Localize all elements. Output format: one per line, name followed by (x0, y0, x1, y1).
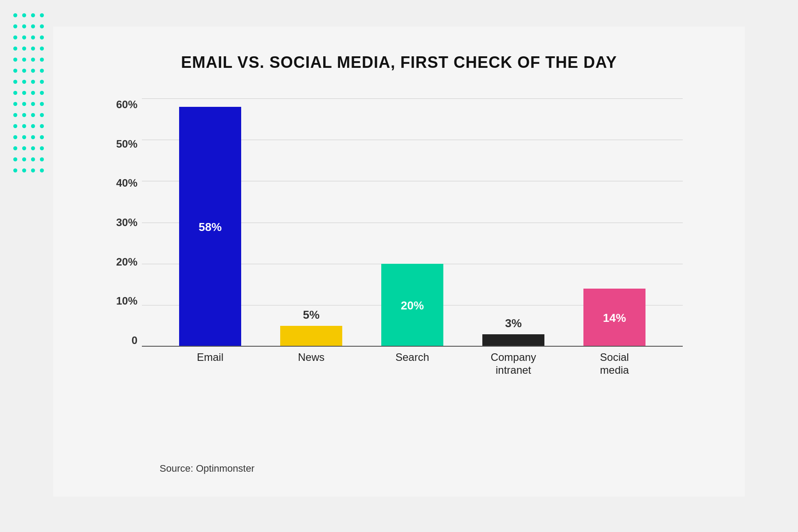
bar-wrapper: 58% (160, 98, 261, 347)
dot (13, 124, 17, 128)
bar-news: 5% (280, 326, 342, 347)
dot (22, 69, 26, 73)
dot (40, 168, 44, 172)
dot (13, 146, 17, 150)
dot (13, 91, 17, 95)
chart-area: 010%20%30%40%50%60% 58%5%20%3%14% EmailN… (142, 98, 683, 373)
dot (13, 80, 17, 84)
dot (31, 146, 35, 150)
dot (31, 24, 35, 28)
bar-group: 58% (160, 98, 261, 347)
dot (13, 58, 17, 62)
y-axis-label: 10% (116, 295, 137, 307)
bar-value-label: 20% (401, 298, 424, 312)
bar-wrapper: 3% (463, 98, 564, 347)
bar-group: 3% (463, 98, 564, 347)
dot (31, 135, 35, 139)
dot (13, 35, 17, 39)
dot (22, 157, 26, 161)
bar-value-label: 58% (199, 220, 222, 234)
y-axis-label: 60% (116, 98, 137, 111)
y-axis: 010%20%30%40%50%60% (93, 98, 137, 347)
dot (22, 146, 26, 150)
x-axis-label: Companyintranet (463, 347, 564, 373)
bar-group: 14% (564, 98, 665, 347)
dot (31, 157, 35, 161)
dot (22, 124, 26, 128)
bar-email: 58% (179, 107, 241, 347)
dot (31, 80, 35, 84)
bar-social-media: 14% (583, 289, 645, 347)
dot (13, 47, 17, 51)
dot (31, 35, 35, 39)
dot (22, 135, 26, 139)
dot (22, 47, 26, 51)
bar-value-label: 5% (303, 308, 320, 322)
dot (31, 91, 35, 95)
source-text: Source: Optinmonster (160, 463, 254, 474)
dot (40, 102, 44, 106)
dot (31, 13, 35, 17)
dot (31, 102, 35, 106)
chart-title: EMAIL VS. SOCIAL MEDIA, FIRST CHECK OF T… (53, 27, 745, 81)
y-axis-label: 20% (116, 256, 137, 268)
dot (40, 69, 44, 73)
x-axis-label: Socialmedia (564, 347, 665, 373)
decorative-dots (9, 9, 53, 177)
dot (13, 102, 17, 106)
x-axis-label: News (261, 347, 362, 373)
dot (40, 157, 44, 161)
dot (22, 13, 26, 17)
dot (13, 13, 17, 17)
bar-company-intranet: 3% (482, 334, 544, 347)
dot (40, 24, 44, 28)
x-labels: EmailNewsSearchCompanyintranetSocialmedi… (142, 347, 683, 373)
dot (31, 124, 35, 128)
dot (22, 35, 26, 39)
dot (13, 113, 17, 117)
bar-value-label: 14% (603, 311, 626, 325)
dot (40, 13, 44, 17)
dot (40, 47, 44, 51)
dot (13, 135, 17, 139)
bar-search: 20% (381, 264, 443, 347)
dot (31, 58, 35, 62)
dot (13, 157, 17, 161)
dot (13, 69, 17, 73)
dot (31, 69, 35, 73)
dot (40, 124, 44, 128)
dot (40, 146, 44, 150)
y-axis-label: 40% (116, 177, 137, 189)
dot (40, 91, 44, 95)
dot (22, 113, 26, 117)
dot (13, 24, 17, 28)
y-axis-label: 0 (132, 334, 137, 347)
dot (22, 168, 26, 172)
y-axis-label: 50% (116, 138, 137, 150)
dot (31, 113, 35, 117)
bars-area: 58%5%20%3%14% (142, 98, 683, 347)
bar-group: 5% (261, 98, 362, 347)
bar-wrapper: 5% (261, 98, 362, 347)
x-axis-label: Search (362, 347, 463, 373)
bar-wrapper: 20% (362, 98, 463, 347)
dot (22, 24, 26, 28)
dot (31, 47, 35, 51)
dot (22, 91, 26, 95)
dot (40, 58, 44, 62)
chart-container: EMAIL VS. SOCIAL MEDIA, FIRST CHECK OF T… (53, 27, 745, 497)
x-axis-label: Email (160, 347, 261, 373)
dot (22, 102, 26, 106)
dot (31, 168, 35, 172)
dot (22, 58, 26, 62)
dot (40, 35, 44, 39)
bar-group: 20% (362, 98, 463, 347)
y-axis-label: 30% (116, 216, 137, 229)
bar-wrapper: 14% (564, 98, 665, 347)
dot (22, 80, 26, 84)
dot (40, 80, 44, 84)
dot (40, 113, 44, 117)
dot (13, 168, 17, 172)
dot (40, 135, 44, 139)
bar-value-label: 3% (505, 317, 522, 330)
